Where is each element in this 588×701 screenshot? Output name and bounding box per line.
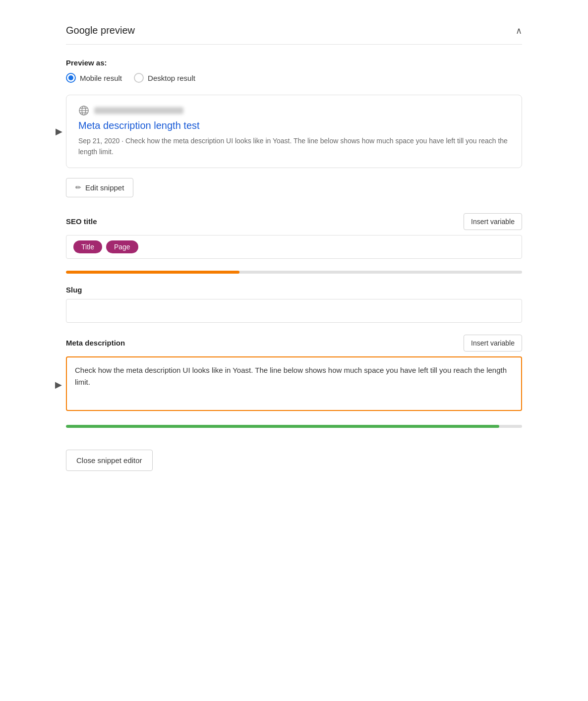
seo-title-progress-bar — [66, 271, 522, 274]
preview-radio-group: Mobile result Desktop result — [66, 73, 522, 83]
page-tag[interactable]: Page — [106, 240, 138, 253]
meta-description-progress-fill — [66, 425, 499, 428]
desktop-radio[interactable] — [134, 73, 144, 83]
main-container: Google preview ∧ Preview as: Mobile resu… — [46, 10, 542, 486]
meta-description-insert-variable-button[interactable]: Insert variable — [464, 335, 522, 351]
arrow-left-meta-icon[interactable]: ▶ — [55, 379, 62, 390]
desktop-result-option[interactable]: Desktop result — [134, 73, 195, 83]
close-snippet-editor-button[interactable]: Close snippet editor — [66, 450, 153, 471]
slug-header: Slug — [66, 286, 522, 294]
preview-as-label: Preview as: — [66, 58, 522, 67]
seo-title-progress-fill — [66, 271, 239, 274]
preview-card-header — [78, 105, 510, 116]
slug-section: Slug — [66, 286, 522, 323]
meta-description-header: Meta description Insert variable — [66, 335, 522, 351]
meta-description-label: Meta description — [66, 339, 125, 347]
slug-label: Slug — [66, 286, 82, 294]
seo-title-section: SEO title Insert variable Title Page — [66, 213, 522, 259]
seo-title-label: SEO title — [66, 217, 97, 226]
section-title: Google preview — [66, 25, 135, 36]
desktop-result-label: Desktop result — [148, 74, 195, 82]
mobile-radio[interactable] — [66, 73, 76, 83]
meta-description-textarea[interactable]: Check how the meta description UI looks … — [66, 356, 522, 411]
seo-title-insert-variable-button[interactable]: Insert variable — [464, 213, 522, 230]
edit-snippet-label: Edit snippet — [85, 183, 124, 192]
meta-description-section: Meta description Insert variable ▶ Check… — [66, 335, 522, 413]
pencil-icon: ✏ — [75, 183, 81, 191]
title-tag[interactable]: Title — [73, 240, 102, 253]
section-header: Google preview ∧ — [66, 25, 522, 45]
preview-card: ▶ Meta description length test Sep 21, 2… — [66, 95, 522, 168]
chevron-up-icon[interactable]: ∧ — [516, 25, 522, 36]
preview-meta: Sep 21, 2020 · Check how the meta descri… — [78, 135, 510, 158]
url-placeholder — [94, 107, 183, 114]
meta-description-progress-bar — [66, 425, 522, 428]
edit-snippet-button[interactable]: ✏ Edit snippet — [66, 178, 133, 197]
arrow-left-icon[interactable]: ▶ — [56, 126, 62, 137]
seo-title-input[interactable]: Title Page — [66, 235, 522, 259]
meta-description-wrapper: ▶ Check how the meta description UI look… — [66, 356, 522, 413]
seo-title-header: SEO title Insert variable — [66, 213, 522, 230]
slug-input[interactable] — [66, 299, 522, 323]
mobile-result-option[interactable]: Mobile result — [66, 73, 122, 83]
preview-link[interactable]: Meta description length test — [78, 120, 510, 131]
globe-icon — [78, 105, 89, 116]
mobile-result-label: Mobile result — [80, 74, 122, 82]
